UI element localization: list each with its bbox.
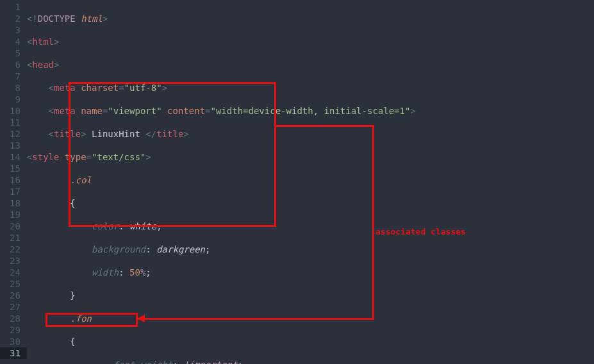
code-line[interactable]: <!DOCTYPE html> — [27, 13, 594, 24]
line-number: 17 — [10, 186, 21, 197]
line-number: 7 — [10, 70, 21, 82]
line-number: 24 — [10, 267, 21, 278]
line-number: 1 — [10, 1, 21, 13]
line-number: 12 — [10, 128, 21, 140]
code-area[interactable]: <!DOCTYPE html> <html> <head> <meta char… — [27, 0, 594, 364]
line-number-gutter: 1 2 3 4 5 6 7 8 9 10 11 12 13 14 15 16 1… — [0, 0, 27, 364]
line-number: 9 — [10, 94, 21, 105]
code-line[interactable]: <meta charset="utf-8"> — [27, 82, 594, 94]
code-line[interactable]: width: 50%; — [27, 267, 594, 278]
line-number: 19 — [10, 209, 21, 220]
line-number: 15 — [10, 163, 21, 174]
line-number: 2 — [10, 13, 21, 24]
code-line[interactable]: <html> — [27, 36, 594, 47]
annotation-arrowhead-icon — [137, 315, 145, 322]
line-number: 6 — [10, 59, 21, 70]
line-number: 3 — [10, 24, 21, 36]
line-number: 11 — [10, 117, 21, 128]
line-number: 18 — [10, 197, 21, 209]
code-line[interactable]: } — [27, 290, 594, 301]
line-number: 31 — [0, 347, 27, 359]
line-number: 25 — [10, 278, 21, 290]
line-number: 8 — [10, 82, 21, 94]
line-number: 16 — [10, 174, 21, 186]
line-number: 4 — [10, 36, 21, 47]
annotation-label: associated classes — [375, 227, 466, 236]
code-line[interactable]: { — [27, 336, 594, 347]
code-line[interactable]: .col — [27, 174, 594, 186]
line-number: 30 — [10, 336, 21, 347]
code-line[interactable]: <title> LinuxHint </title> — [27, 128, 594, 140]
line-number: 21 — [10, 232, 21, 244]
code-line[interactable]: { — [27, 197, 594, 209]
code-line[interactable]: color: white; — [27, 220, 594, 232]
line-number: 26 — [10, 290, 21, 301]
line-number: 10 — [10, 105, 21, 117]
line-number: 5 — [10, 47, 21, 59]
code-editor: 1 2 3 4 5 6 7 8 9 10 11 12 13 14 15 16 1… — [0, 0, 594, 364]
code-line[interactable]: background: darkgreen; — [27, 244, 594, 255]
code-line[interactable]: <style type="text/css"> — [27, 151, 594, 163]
line-number: 14 — [10, 151, 21, 163]
line-number: 23 — [10, 255, 21, 267]
line-number: 29 — [10, 324, 21, 336]
line-number: 13 — [10, 140, 21, 151]
line-number: 20 — [10, 220, 21, 232]
line-number: 28 — [10, 313, 21, 324]
line-number: 27 — [10, 301, 21, 313]
code-line[interactable]: <head> — [27, 59, 594, 70]
code-line[interactable]: <meta name="viewport" content="width=dev… — [27, 105, 594, 117]
code-line[interactable]: .fon — [27, 313, 594, 324]
code-line[interactable]: font-weight: !important; — [27, 359, 594, 364]
line-number: 22 — [10, 244, 21, 255]
